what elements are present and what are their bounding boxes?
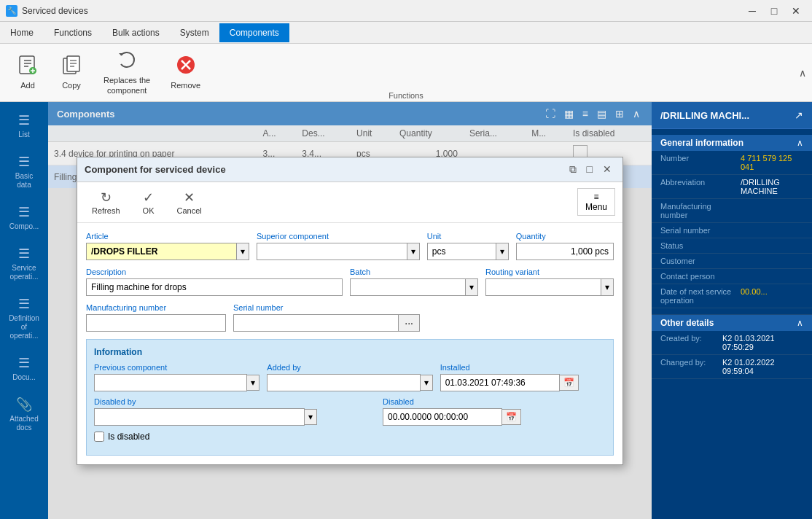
routing-dropdown-btn[interactable]: ▾ xyxy=(601,278,614,296)
installed-cal-btn[interactable]: 📅 xyxy=(560,375,579,391)
minimize-button[interactable]: ─ xyxy=(742,4,762,18)
title-bar: 🔧 Serviced devices ─ □ ✕ xyxy=(0,0,812,22)
article-dropdown-btn[interactable]: ▾ xyxy=(237,243,249,260)
other-field-changed: Changed by: K2 01.02.2022 09:59:04 xyxy=(652,355,812,379)
sidebar-item-basic-data[interactable]: ☰ Basicdata xyxy=(0,147,48,197)
menu-bar: Home Functions Bulk actions System Compo… xyxy=(0,22,812,44)
prev-comp-input[interactable] xyxy=(94,374,247,391)
sidebar-item-compo[interactable]: ☰ Compo... xyxy=(0,197,48,238)
is-disabled-checkbox[interactable] xyxy=(94,432,104,442)
batch-dropdown-btn[interactable]: ▾ xyxy=(466,278,478,296)
article-input[interactable] xyxy=(86,243,237,260)
dialog-refresh-button[interactable]: ↻ Refresh xyxy=(85,187,128,218)
panel-field-customer: Customer xyxy=(652,254,812,269)
attached-icon: 📎 xyxy=(16,397,32,413)
close-button[interactable]: ✕ xyxy=(786,4,806,18)
component-dialog: Component for serviced device ⧉ □ ✕ ↻ Re… xyxy=(77,157,623,465)
remove-button[interactable]: Remove xyxy=(160,50,211,95)
customer-label: Customer xyxy=(660,257,741,265)
sidebar-item-service[interactable]: ☰ Serviceoperati... xyxy=(0,238,48,289)
maximize-button[interactable]: □ xyxy=(764,4,784,18)
right-panel-external-btn[interactable]: ↗ xyxy=(795,109,803,121)
is-disabled-label: Is disabled xyxy=(108,432,149,442)
add-label: Add xyxy=(20,81,35,90)
quantity-input[interactable] xyxy=(516,243,614,260)
panel-field-number: Number 4 711 579 125 041 xyxy=(652,151,812,175)
installed-group: Installed 📅 xyxy=(440,363,606,391)
installed-label: Installed xyxy=(440,363,606,372)
prev-comp-dropdown[interactable]: ▾ xyxy=(247,375,259,391)
compo-icon: ☰ xyxy=(18,204,30,220)
description-input[interactable] xyxy=(86,278,343,296)
copy-label: Copy xyxy=(62,81,81,90)
toolbar-collapse-button[interactable]: ∧ xyxy=(799,67,806,79)
menu-home[interactable]: Home xyxy=(0,23,44,42)
docu-icon: ☰ xyxy=(18,355,30,371)
remove-label: Remove xyxy=(171,81,200,90)
dialog-title-buttons: ⧉ □ ✕ xyxy=(566,162,615,177)
unit-input[interactable] xyxy=(427,243,496,260)
dialog-cancel-icon: ✕ xyxy=(184,190,195,206)
dialog-cancel-button[interactable]: ✕ Cancel xyxy=(170,187,209,218)
mfg-num-panel-label: Manufacturing number xyxy=(660,202,741,219)
added-by-dropdown[interactable]: ▾ xyxy=(421,375,433,391)
definition-icon: ☰ xyxy=(18,296,30,312)
toolbar-section-label: Functions xyxy=(389,91,423,100)
add-button[interactable]: Add xyxy=(6,50,50,95)
menu-functions[interactable]: Functions xyxy=(44,23,102,42)
disabled-input[interactable] xyxy=(383,408,502,426)
serial-num-input-wrap: ··· xyxy=(233,314,420,332)
serial-panel-value xyxy=(741,226,803,235)
form-row-2: Description Batch ▾ Routing variant xyxy=(86,268,614,296)
added-by-input[interactable] xyxy=(267,374,420,391)
batch-input[interactable] xyxy=(350,278,466,296)
disabled-cal-btn[interactable]: 📅 xyxy=(502,409,521,425)
sidebar-item-definition[interactable]: ☰ Definitionofoperati... xyxy=(0,289,48,348)
dialog-maximize-button[interactable]: □ xyxy=(583,162,596,177)
menu-system[interactable]: System xyxy=(170,23,219,42)
dialog-refresh-label: Refresh xyxy=(92,206,120,215)
other-details-header[interactable]: Other details ∧ xyxy=(652,315,812,331)
right-panel-title: /DRILLING MACHI... xyxy=(660,110,749,121)
copy-icon xyxy=(62,55,81,79)
serial-num-input[interactable] xyxy=(233,314,399,332)
replaces-label: Replaces thecomponent xyxy=(104,76,150,95)
superior-label: Superior component xyxy=(257,232,420,241)
superior-input[interactable] xyxy=(257,243,407,260)
disabled-by-input[interactable] xyxy=(94,408,305,426)
menu-components[interactable]: Components xyxy=(219,23,289,42)
superior-dropdown-btn[interactable]: ▾ xyxy=(407,243,420,260)
right-panel: /DRILLING MACHI... ↗ General information… xyxy=(652,102,812,519)
installed-input[interactable] xyxy=(440,374,560,391)
unit-dropdown-btn[interactable]: ▾ xyxy=(496,243,509,260)
dialog-ok-button[interactable]: ✓ OK xyxy=(130,187,167,218)
sidebar-item-list[interactable]: ☰ List xyxy=(0,105,48,147)
sidebar-item-docu[interactable]: ☰ Docu... xyxy=(0,348,48,389)
menu-bulk-actions[interactable]: Bulk actions xyxy=(102,23,170,42)
article-label: Article xyxy=(86,232,249,241)
info-row-1: Previous component ▾ Added by xyxy=(94,363,606,391)
dialog-cancel-label: Cancel xyxy=(177,206,202,215)
added-by-wrap: ▾ xyxy=(267,374,432,391)
panel-field-contact: Contact person xyxy=(652,269,812,284)
general-info-header[interactable]: General information ∧ xyxy=(652,135,812,151)
panel-field-status: Status xyxy=(652,238,812,254)
app-icon: 🔧 xyxy=(6,5,17,17)
dialog-menu-button[interactable]: ≡ Menu xyxy=(577,188,615,216)
quantity-label: Quantity xyxy=(516,232,614,241)
disabled-by-dropdown[interactable]: ▾ xyxy=(305,409,317,425)
service-icon: ☰ xyxy=(18,246,30,262)
info-section-title: Information xyxy=(94,347,606,357)
sidebar-attached-label: Attacheddocs xyxy=(9,415,38,432)
batch-label: Batch xyxy=(350,268,478,276)
serial-num-dots-btn[interactable]: ··· xyxy=(399,314,420,332)
mfg-num-input[interactable] xyxy=(86,314,226,332)
routing-label: Routing variant xyxy=(485,268,614,276)
copy-button[interactable]: Copy xyxy=(50,50,93,95)
dialog-restore-button[interactable]: ⧉ xyxy=(566,162,580,177)
sidebar-item-attached[interactable]: 📎 Attacheddocs xyxy=(0,389,48,440)
replaces-button[interactable]: Replaces thecomponent xyxy=(93,45,160,99)
dialog-close-button[interactable]: ✕ xyxy=(599,162,615,177)
next-service-value: 00.00... xyxy=(741,287,803,305)
routing-input[interactable] xyxy=(485,278,601,296)
